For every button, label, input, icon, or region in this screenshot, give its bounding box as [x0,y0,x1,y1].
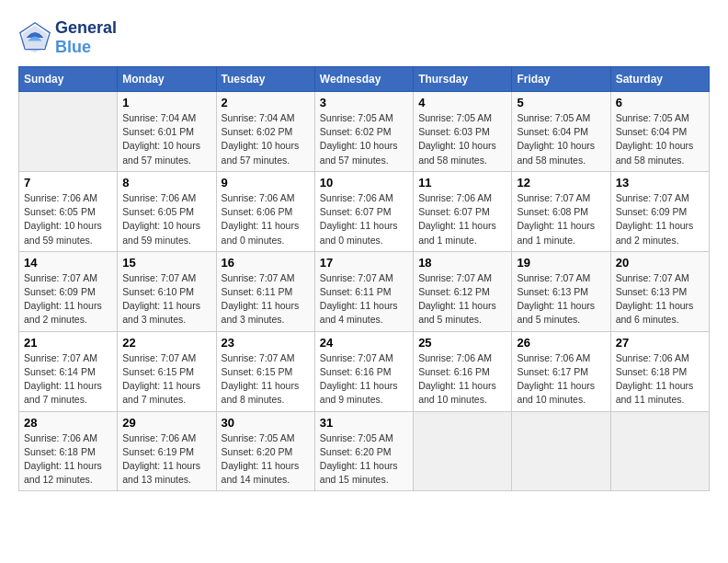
calendar-cell: 18 Sunrise: 7:07 AM Sunset: 6:12 PM Dayl… [414,251,512,331]
day-number: 11 [418,176,506,190]
sunset-text: Sunset: 6:08 PM [517,206,588,217]
daylight-text: Daylight: 11 hours and 0 minutes. [222,220,300,245]
day-info: Sunrise: 7:04 AM Sunset: 6:01 PM Dayligh… [122,111,210,167]
day-number: 27 [616,336,704,350]
calendar-cell: 1 Sunrise: 7:04 AM Sunset: 6:01 PM Dayli… [118,92,216,172]
daylight-text: Daylight: 11 hours and 0 minutes. [320,220,398,245]
sunrise-text: Sunrise: 7:05 AM [517,112,590,123]
day-number: 28 [24,416,112,430]
sunset-text: Sunset: 6:04 PM [616,126,688,137]
sunset-text: Sunset: 6:20 PM [222,446,293,457]
calendar-cell: 12 Sunrise: 7:07 AM Sunset: 6:08 PM Dayl… [512,171,610,251]
sunrise-text: Sunrise: 7:06 AM [418,192,492,203]
calendar-cell: 3 Sunrise: 7:05 AM Sunset: 6:02 PM Dayli… [314,92,413,172]
sunrise-text: Sunrise: 7:06 AM [122,432,196,443]
daylight-text: Daylight: 10 hours and 59 minutes. [24,220,102,245]
calendar-cell [414,411,512,491]
day-info: Sunrise: 7:07 AM Sunset: 6:13 PM Dayligh… [616,271,704,327]
sunset-text: Sunset: 6:19 PM [122,446,194,457]
daylight-text: Daylight: 10 hours and 58 minutes. [418,140,496,165]
column-header-monday: Monday [118,67,216,92]
column-header-tuesday: Tuesday [216,67,314,92]
sunset-text: Sunset: 6:11 PM [222,286,293,297]
sunrise-text: Sunrise: 7:04 AM [222,112,295,123]
sunset-text: Sunset: 6:04 PM [517,126,588,137]
day-number: 24 [320,336,408,350]
calendar-cell: 30 Sunrise: 7:05 AM Sunset: 6:20 PM Dayl… [216,411,314,491]
sunset-text: Sunset: 6:09 PM [616,206,688,217]
sunrise-text: Sunrise: 7:07 AM [122,352,196,363]
day-number: 1 [122,96,210,109]
day-number: 26 [517,336,605,350]
day-info: Sunrise: 7:06 AM Sunset: 6:06 PM Dayligh… [222,191,310,247]
calendar-cell: 14 Sunrise: 7:07 AM Sunset: 6:09 PM Dayl… [19,251,118,331]
daylight-text: Daylight: 11 hours and 2 minutes. [616,220,694,245]
day-info: Sunrise: 7:05 AM Sunset: 6:20 PM Dayligh… [320,431,408,488]
calendar-cell: 9 Sunrise: 7:06 AM Sunset: 6:06 PM Dayli… [216,171,314,251]
day-info: Sunrise: 7:07 AM Sunset: 6:09 PM Dayligh… [24,271,112,327]
daylight-text: Daylight: 11 hours and 15 minutes. [320,460,398,485]
day-number: 12 [517,176,605,190]
day-number: 17 [320,256,408,270]
day-number: 13 [616,176,704,190]
calendar-cell: 29 Sunrise: 7:06 AM Sunset: 6:19 PM Dayl… [118,411,216,491]
daylight-text: Daylight: 11 hours and 12 minutes. [24,460,102,485]
calendar-cell: 27 Sunrise: 7:06 AM Sunset: 6:18 PM Dayl… [610,331,709,411]
day-info: Sunrise: 7:05 AM Sunset: 6:20 PM Dayligh… [222,431,310,488]
sunset-text: Sunset: 6:10 PM [122,286,194,297]
calendar-cell: 5 Sunrise: 7:05 AM Sunset: 6:04 PM Dayli… [512,92,610,172]
day-number: 6 [616,96,704,109]
calendar-cell: 8 Sunrise: 7:06 AM Sunset: 6:05 PM Dayli… [118,171,216,251]
day-info: Sunrise: 7:07 AM Sunset: 6:08 PM Dayligh… [517,191,605,247]
day-info: Sunrise: 7:07 AM Sunset: 6:14 PM Dayligh… [24,351,112,408]
column-header-wednesday: Wednesday [314,67,413,92]
day-info: Sunrise: 7:06 AM Sunset: 6:17 PM Dayligh… [517,351,605,408]
calendar-cell: 6 Sunrise: 7:05 AM Sunset: 6:04 PM Dayli… [610,92,709,172]
day-number: 22 [122,336,210,350]
sunrise-text: Sunrise: 7:07 AM [24,352,97,363]
calendar-cell: 28 Sunrise: 7:06 AM Sunset: 6:18 PM Dayl… [19,411,118,491]
logo-text: General Blue [55,18,117,57]
day-info: Sunrise: 7:07 AM Sunset: 6:15 PM Dayligh… [222,351,310,408]
sunset-text: Sunset: 6:07 PM [418,206,490,217]
sunrise-text: Sunrise: 7:07 AM [320,352,393,363]
daylight-text: Daylight: 11 hours and 10 minutes. [418,380,496,405]
sunrise-text: Sunrise: 7:05 AM [320,432,393,443]
calendar-week-3: 14 Sunrise: 7:07 AM Sunset: 6:09 PM Dayl… [19,251,710,331]
sunrise-text: Sunrise: 7:06 AM [222,192,295,203]
calendar-cell: 17 Sunrise: 7:07 AM Sunset: 6:11 PM Dayl… [314,251,413,331]
calendar-cell: 2 Sunrise: 7:04 AM Sunset: 6:02 PM Dayli… [216,92,314,172]
calendar-cell: 11 Sunrise: 7:06 AM Sunset: 6:07 PM Dayl… [414,171,512,251]
day-info: Sunrise: 7:06 AM Sunset: 6:07 PM Dayligh… [320,191,408,247]
day-number: 4 [418,96,506,109]
sunrise-text: Sunrise: 7:07 AM [320,272,393,283]
sunrise-text: Sunrise: 7:07 AM [222,272,295,283]
daylight-text: Daylight: 10 hours and 58 minutes. [517,140,595,165]
sunset-text: Sunset: 6:20 PM [320,446,392,457]
day-number: 16 [222,256,310,270]
daylight-text: Daylight: 11 hours and 1 minute. [517,220,595,245]
day-number: 19 [517,256,605,270]
sunrise-text: Sunrise: 7:07 AM [616,272,689,283]
day-info: Sunrise: 7:04 AM Sunset: 6:02 PM Dayligh… [222,111,310,167]
calendar-cell: 20 Sunrise: 7:07 AM Sunset: 6:13 PM Dayl… [610,251,709,331]
sunset-text: Sunset: 6:18 PM [24,446,96,457]
day-info: Sunrise: 7:05 AM Sunset: 6:03 PM Dayligh… [418,111,506,167]
calendar-cell: 24 Sunrise: 7:07 AM Sunset: 6:16 PM Dayl… [314,331,413,411]
calendar-header-row: SundayMondayTuesdayWednesdayThursdayFrid… [19,67,710,92]
day-number: 29 [122,416,210,430]
sunset-text: Sunset: 6:06 PM [222,206,293,217]
logo-icon [18,21,51,54]
sunrise-text: Sunrise: 7:05 AM [616,112,689,123]
day-number: 31 [320,416,408,430]
day-number: 18 [418,256,506,270]
daylight-text: Daylight: 10 hours and 59 minutes. [122,220,200,245]
calendar-cell: 10 Sunrise: 7:06 AM Sunset: 6:07 PM Dayl… [314,171,413,251]
day-info: Sunrise: 7:05 AM Sunset: 6:02 PM Dayligh… [320,111,408,167]
daylight-text: Daylight: 11 hours and 6 minutes. [616,300,694,325]
sunrise-text: Sunrise: 7:06 AM [24,432,97,443]
day-info: Sunrise: 7:07 AM Sunset: 6:13 PM Dayligh… [517,271,605,327]
calendar-cell: 19 Sunrise: 7:07 AM Sunset: 6:13 PM Dayl… [512,251,610,331]
calendar-week-1: 1 Sunrise: 7:04 AM Sunset: 6:01 PM Dayli… [19,92,710,172]
daylight-text: Daylight: 11 hours and 7 minutes. [122,380,200,405]
